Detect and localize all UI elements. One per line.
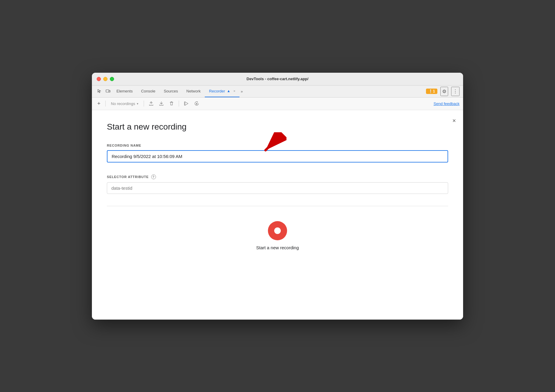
issues-badge[interactable]: ❕1 (426, 89, 437, 94)
section-divider (107, 206, 448, 206)
tab-console[interactable]: Console (137, 86, 160, 97)
start-recording-area: Start a new recording (107, 218, 448, 250)
recorder-toolbar: + No recordings ▾ (92, 98, 463, 110)
recordings-dropdown[interactable]: No recordings ▾ (109, 100, 141, 107)
recording-name-input[interactable] (107, 150, 448, 162)
device-toggle-btn[interactable] (104, 88, 112, 95)
record-button-inner (274, 227, 281, 234)
minimize-traffic-light[interactable] (103, 77, 107, 81)
tabs-overflow-btn[interactable]: » (241, 89, 243, 94)
delete-btn[interactable] (167, 100, 176, 107)
devtools-window: DevTools - coffee-cart.netlify.app/ Elem… (92, 73, 463, 320)
dialog-title: Start a new recording (107, 122, 448, 132)
selector-attribute-group: SELECTOR ATTRIBUTE ? (107, 174, 448, 194)
maximize-traffic-light[interactable] (110, 77, 114, 81)
selector-attribute-label: SELECTOR ATTRIBUTE ? (107, 174, 448, 179)
tab-elements[interactable]: Elements (112, 86, 137, 97)
tab-recorder[interactable]: Recorder ▲ × (205, 86, 239, 97)
inspector-icon-btn[interactable] (95, 88, 104, 95)
toolbar-divider-1 (105, 101, 106, 107)
selector-attribute-input[interactable] (107, 182, 448, 194)
traffic-lights (97, 77, 114, 81)
replay-btn[interactable] (192, 100, 201, 107)
title-bar: DevTools - coffee-cart.netlify.app/ (92, 73, 463, 86)
start-recording-btn[interactable] (268, 221, 287, 240)
export-btn[interactable] (147, 100, 155, 107)
recorder-tab-icon: ▲ (227, 89, 231, 93)
settings-btn[interactable]: ⚙ (440, 87, 448, 96)
start-recording-label: Start a new recording (256, 245, 299, 250)
svg-marker-4 (196, 103, 198, 105)
svg-rect-0 (106, 90, 109, 92)
add-recording-btn[interactable]: + (95, 99, 102, 108)
tab-sources[interactable]: Sources (160, 86, 182, 97)
window-title: DevTools - coffee-cart.netlify.app/ (247, 77, 309, 81)
tabs-bar: Elements Console Sources Network Recorde… (92, 86, 463, 98)
more-btn[interactable]: ⋮ (451, 87, 460, 96)
dialog-close-btn[interactable]: × (451, 116, 457, 125)
recording-name-label: RECORDING NAME (107, 144, 448, 147)
tabs-right-area: ❕1 ⚙ ⋮ (426, 87, 460, 96)
toolbar-divider-2 (144, 101, 144, 107)
svg-rect-1 (109, 90, 110, 92)
tab-network[interactable]: Network (182, 86, 205, 97)
play-btn[interactable] (182, 100, 190, 107)
import-btn[interactable] (157, 100, 166, 107)
help-icon[interactable]: ? (151, 174, 156, 179)
tab-close-icon[interactable]: × (233, 89, 235, 93)
dropdown-arrow-icon: ▾ (137, 102, 138, 105)
send-feedback-btn[interactable]: Send feedback (433, 101, 460, 106)
recording-name-input-wrapper (107, 150, 448, 162)
svg-marker-2 (185, 102, 188, 105)
recording-name-group: RECORDING NAME (107, 144, 448, 162)
close-traffic-light[interactable] (97, 77, 101, 81)
toolbar-divider-3 (179, 101, 179, 107)
main-content: × Start a new recording RECORDING NAME (92, 110, 463, 320)
